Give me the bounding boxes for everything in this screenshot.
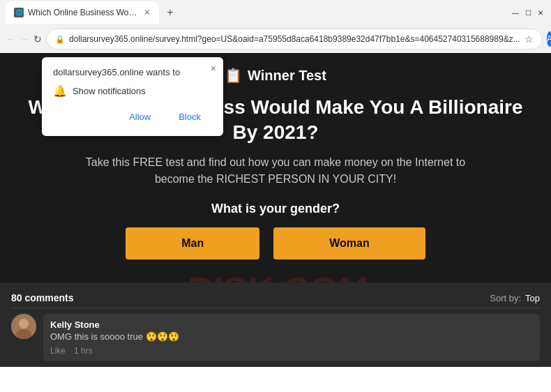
comment-time: 1 hrs xyxy=(74,346,93,356)
forward-button[interactable]: → xyxy=(20,29,29,49)
comment-author: Kelly Stone xyxy=(50,319,533,330)
comment-actions: Like 1 hrs xyxy=(50,346,533,356)
active-tab[interactable]: 🌐 Which Online Business Would M ✕ xyxy=(6,1,159,24)
show-notifications-label: Show notifications xyxy=(73,86,146,96)
notification-popup: × dollarsurvey365.online wants to 🔔 Show… xyxy=(42,57,223,136)
winner-icon: 📋 xyxy=(225,67,242,84)
window-controls: — ☐ ✕ xyxy=(511,8,545,17)
allow-button[interactable]: Allow xyxy=(118,107,162,126)
profile-icon[interactable]: A xyxy=(547,31,551,47)
sort-value[interactable]: Top xyxy=(525,293,540,303)
like-button[interactable]: Like xyxy=(50,346,66,356)
popup-buttons: Allow Block xyxy=(53,107,212,126)
man-button[interactable]: Man xyxy=(126,227,259,259)
tab-bar: 🌐 Which Online Business Would M ✕ + — ☐ … xyxy=(0,0,551,25)
bookmark-star-icon[interactable]: ☆ xyxy=(524,33,534,45)
avatar xyxy=(11,314,36,339)
url-text: dollarsurvey365.online/survey.html?geo=U… xyxy=(69,34,520,44)
comments-section: 80 comments Sort by: Top Kelly Stone OMG… xyxy=(0,282,551,367)
tab-favicon: 🌐 xyxy=(14,8,24,17)
maximize-button[interactable]: ☐ xyxy=(523,8,533,17)
svg-point-1 xyxy=(19,319,29,329)
tab-title: Which Online Business Would M xyxy=(28,8,139,17)
winner-header: 📋 Winner Test xyxy=(225,67,326,84)
popup-title: dollarsurvey365.online wants to xyxy=(53,67,212,77)
sort-label: Sort by: xyxy=(490,293,521,303)
tab-close-button[interactable]: ✕ xyxy=(144,8,151,17)
table-row: Kelly Stone OMG this is soooo true 😲😲😲 L… xyxy=(11,314,540,361)
gender-buttons: Man Woman xyxy=(126,227,425,259)
browser-chrome: 🌐 Which Online Business Would M ✕ + — ☐ … xyxy=(0,0,551,53)
sort-by: Sort by: Top xyxy=(490,293,540,303)
sub-heading: Take this FREE test and find out how you… xyxy=(66,154,485,188)
lock-icon: 🔒 xyxy=(55,35,65,44)
close-button[interactable]: ✕ xyxy=(536,8,545,17)
comment-text: OMG this is soooo true 😲😲😲 xyxy=(50,331,533,342)
popup-close-button[interactable]: × xyxy=(211,63,216,74)
comment-bubble: Kelly Stone OMG this is soooo true 😲😲😲 L… xyxy=(43,314,540,361)
back-button[interactable]: ← xyxy=(6,29,15,49)
block-button[interactable]: Block xyxy=(167,107,212,126)
woman-button[interactable]: Woman xyxy=(273,227,425,259)
comments-header: 80 comments Sort by: Top xyxy=(11,288,540,308)
address-bar: ← → ↻ 🔒 dollarsurvey365.online/survey.ht… xyxy=(0,25,551,53)
comments-count: 80 comments xyxy=(11,292,73,303)
winner-title: Winner Test xyxy=(248,68,326,84)
gender-question: What is your gender? xyxy=(211,202,340,216)
new-tab-button[interactable]: + xyxy=(162,4,179,21)
url-bar[interactable]: 🔒 dollarsurvey365.online/survey.html?geo… xyxy=(46,29,543,50)
refresh-button[interactable]: ↻ xyxy=(33,29,42,49)
bell-icon: 🔔 xyxy=(53,84,67,98)
page-content: × dollarsurvey365.online wants to 🔔 Show… xyxy=(0,53,551,367)
minimize-button[interactable]: — xyxy=(511,8,520,17)
popup-notification-row: 🔔 Show notifications xyxy=(53,84,212,98)
